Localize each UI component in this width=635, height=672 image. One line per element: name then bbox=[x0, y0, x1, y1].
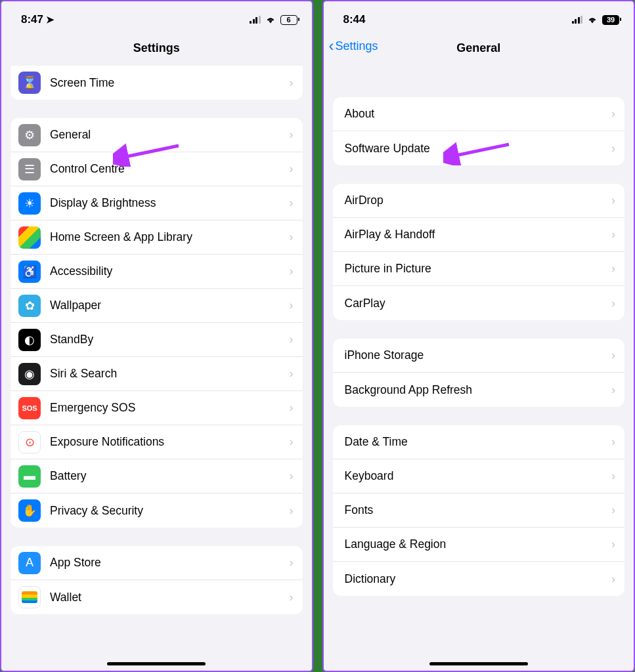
row-label: Privacy & Security bbox=[50, 504, 280, 518]
row-label: Screen Time bbox=[50, 76, 280, 90]
row-siri-search[interactable]: ◉Siri & Search› bbox=[11, 357, 303, 391]
chevron-right-icon: › bbox=[290, 264, 294, 278]
row-airplay-handoff[interactable]: AirPlay & Handoff› bbox=[333, 218, 625, 252]
exposure-icon: ⊙ bbox=[18, 431, 41, 453]
siri-icon: ◉ bbox=[18, 363, 41, 385]
battery-indicator: 39 bbox=[602, 15, 619, 25]
chevron-right-icon: › bbox=[290, 162, 294, 176]
row-label: Picture in Picture bbox=[345, 262, 603, 276]
chevron-right-icon: › bbox=[290, 299, 294, 312]
row-screen-time[interactable]: ⌛Screen Time› bbox=[11, 66, 303, 100]
sos-icon: SOS bbox=[18, 397, 41, 419]
wifi-icon bbox=[586, 15, 598, 24]
chevron-right-icon: › bbox=[290, 435, 294, 449]
chevron-right-icon: › bbox=[290, 469, 294, 483]
row-label: Software Update bbox=[345, 142, 603, 156]
back-label: Settings bbox=[336, 39, 378, 53]
chevron-right-icon: › bbox=[290, 333, 294, 346]
row-battery[interactable]: ▬Battery› bbox=[11, 459, 303, 494]
standby-icon: ◐ bbox=[18, 329, 41, 351]
chevron-right-icon: › bbox=[611, 572, 615, 586]
location-icon: ➤ bbox=[46, 14, 55, 26]
back-button[interactable]: ‹ Settings bbox=[329, 38, 378, 54]
row-standby[interactable]: ◐StandBy› bbox=[11, 323, 303, 357]
wallet-icon bbox=[18, 586, 41, 608]
row-date-time[interactable]: Date & Time› bbox=[333, 425, 625, 459]
row-airdrop[interactable]: AirDrop› bbox=[333, 184, 625, 218]
settings-list[interactable]: ⌛Screen Time› ⚙General›☰Control Centre›☀… bbox=[1, 66, 312, 671]
row-exposure-notifications[interactable]: ⊙Exposure Notifications› bbox=[11, 425, 303, 459]
chevron-left-icon: ‹ bbox=[329, 38, 334, 54]
chevron-right-icon: › bbox=[611, 297, 615, 310]
row-software-update[interactable]: Software Update› bbox=[333, 131, 625, 165]
display-icon: ☀ bbox=[18, 192, 41, 215]
app-store-icon: A bbox=[18, 552, 41, 574]
nav-header: ‹ Settings General bbox=[324, 34, 634, 66]
row-label: Control Centre bbox=[50, 162, 280, 176]
battery-indicator: 6 bbox=[280, 15, 297, 25]
row-label: AirPlay & Handoff bbox=[345, 228, 603, 242]
row-label: Wallet bbox=[50, 591, 280, 604]
status-time: 8:47 bbox=[21, 13, 43, 26]
cellular-icon bbox=[250, 16, 261, 24]
row-iphone-storage[interactable]: iPhone Storage› bbox=[333, 339, 625, 373]
general-icon: ⚙ bbox=[18, 124, 41, 146]
row-label: Accessibility bbox=[50, 264, 280, 278]
row-accessibility[interactable]: ♿Accessibility› bbox=[11, 255, 303, 289]
group-store: AApp Store›Wallet› bbox=[11, 546, 303, 614]
row-label: CarPlay bbox=[345, 297, 603, 310]
chevron-right-icon: › bbox=[290, 504, 294, 518]
control-centre-icon: ☰ bbox=[18, 158, 41, 180]
home-indicator[interactable] bbox=[429, 662, 528, 665]
row-wallpaper[interactable]: ✿Wallpaper› bbox=[11, 289, 303, 323]
page-title: Settings bbox=[133, 41, 180, 55]
group-storage: iPhone Storage›Background App Refresh› bbox=[333, 339, 625, 407]
row-dictionary[interactable]: Dictionary› bbox=[333, 562, 625, 596]
chevron-right-icon: › bbox=[290, 196, 294, 210]
chevron-right-icon: › bbox=[290, 76, 294, 90]
chevron-right-icon: › bbox=[290, 367, 294, 381]
chevron-right-icon: › bbox=[611, 194, 615, 207]
row-emergency-sos[interactable]: SOSEmergency SOS› bbox=[11, 391, 303, 425]
group-about: About›Software Update› bbox=[333, 97, 625, 165]
chevron-right-icon: › bbox=[611, 469, 615, 483]
status-bar: 8:47 ➤ 6 bbox=[1, 1, 312, 34]
row-fonts[interactable]: Fonts› bbox=[333, 494, 625, 528]
row-keyboard[interactable]: Keyboard› bbox=[333, 459, 625, 494]
chevron-right-icon: › bbox=[611, 262, 615, 276]
row-app-store[interactable]: AApp Store› bbox=[11, 546, 303, 580]
wallpaper-icon: ✿ bbox=[18, 295, 41, 317]
row-wallet[interactable]: Wallet› bbox=[11, 580, 303, 614]
row-privacy-security[interactable]: ✋Privacy & Security› bbox=[11, 494, 303, 528]
cellular-icon bbox=[572, 16, 583, 24]
chevron-right-icon: › bbox=[611, 503, 615, 517]
wifi-icon bbox=[265, 15, 276, 24]
chevron-right-icon: › bbox=[611, 348, 615, 362]
chevron-right-icon: › bbox=[290, 556, 294, 570]
home-indicator[interactable] bbox=[107, 662, 206, 665]
row-label: Battery bbox=[50, 469, 280, 483]
row-label: Emergency SOS bbox=[50, 401, 280, 415]
chevron-right-icon: › bbox=[290, 230, 294, 244]
row-label: iPhone Storage bbox=[345, 348, 603, 362]
row-language-region[interactable]: Language & Region› bbox=[333, 528, 625, 562]
general-list[interactable]: About›Software Update› AirDrop›AirPlay &… bbox=[324, 66, 634, 671]
status-time: 8:44 bbox=[343, 13, 366, 26]
row-carplay[interactable]: CarPlay› bbox=[333, 286, 625, 320]
row-general[interactable]: ⚙General› bbox=[11, 118, 303, 152]
settings-screen: 8:47 ➤ 6 Settings ⌛Screen Time› ⚙General… bbox=[0, 0, 313, 672]
row-label: AirDrop bbox=[345, 194, 603, 207]
row-control-centre[interactable]: ☰Control Centre› bbox=[11, 152, 303, 186]
row-home-screen-app-library[interactable]: Home Screen & App Library› bbox=[11, 220, 303, 255]
row-background-app-refresh[interactable]: Background App Refresh› bbox=[333, 373, 625, 407]
row-label: Background App Refresh bbox=[345, 383, 603, 397]
row-label: About bbox=[345, 107, 603, 121]
nav-header: Settings bbox=[1, 34, 312, 66]
row-about[interactable]: About› bbox=[333, 97, 625, 131]
row-label: Display & Brightness bbox=[50, 196, 280, 210]
accessibility-icon: ♿ bbox=[18, 261, 41, 283]
row-picture-in-picture[interactable]: Picture in Picture› bbox=[333, 252, 625, 286]
screen-time-icon: ⌛ bbox=[18, 72, 41, 94]
row-display-brightness[interactable]: ☀Display & Brightness› bbox=[11, 186, 303, 220]
chevron-right-icon: › bbox=[611, 107, 615, 121]
